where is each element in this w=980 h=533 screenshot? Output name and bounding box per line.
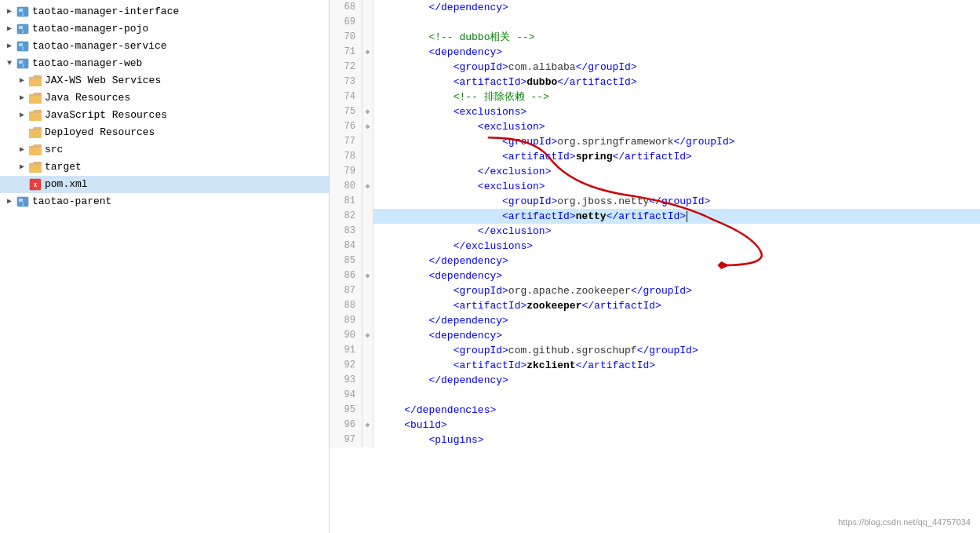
code-line-89: 89 </dependency> [330, 313, 980, 328]
line-number-80: 80 [330, 179, 362, 194]
tree-item-label-jax-ws: JAX-WS Web Services [45, 73, 161, 89]
xml-tag: <exclusions> [454, 106, 527, 118]
xml-text [380, 31, 428, 43]
xml-tag: <exclusion> [478, 121, 545, 133]
line-number-79: 79 [330, 164, 362, 179]
fold-marker-87 [362, 283, 373, 298]
xml-value: spring [576, 151, 613, 162]
line-number-82: 82 [330, 209, 362, 224]
xml-tag: </artifactId> [576, 360, 655, 371]
code-line-81: 81 <groupId>org.jboss.netty</groupId> [330, 194, 980, 209]
xml-tag: </artifactId> [607, 210, 686, 222]
tree-item-label-javascript-resources: JavaScript Resources [45, 108, 167, 123]
tree-item-icon-javascript-resources [28, 109, 42, 122]
code-content-83: </exclusion> [373, 224, 551, 239]
code-content-76: <exclusion> [373, 119, 545, 134]
code-line-82: 82 <artifactId>netty</artifactId> [330, 209, 980, 224]
svg-text:J: J [21, 203, 24, 207]
line-number-83: 83 [330, 224, 362, 239]
tree-item-jax-ws[interactable]: ▶ JAX-WS Web Services [0, 72, 329, 89]
tree-item-label-pom-xml: pom.xml [45, 177, 88, 192]
tree-arrow: ▶ [16, 108, 28, 123]
tree-item-label-taotao-manager-interface: taotao-manager-interface [32, 4, 179, 20]
xml-text [380, 61, 454, 73]
code-content-88: <artifactId>zookeeper</artifactId> [373, 298, 661, 313]
tree-item-pom-xml[interactable]: X pom.xml [0, 176, 329, 193]
fold-marker-96[interactable]: ◆ [362, 418, 373, 433]
tree-item-label-java-resources: Java Resources [45, 90, 130, 106]
xml-tag: </artifactId> [557, 76, 636, 88]
line-number-69: 69 [330, 15, 362, 30]
xml-value: zookeeper [526, 300, 581, 312]
xml-tag: <groupId> [502, 136, 557, 148]
tree-item-taotao-parent[interactable]: ▶ J taotao-parent [0, 193, 329, 210]
code-content-92: <artifactId>zkclient</artifactId> [373, 358, 655, 373]
line-number-85: 85 [330, 254, 362, 268]
xml-tag: </groupId> [637, 345, 698, 356]
code-content-82: <artifactId>netty</artifactId> [373, 209, 687, 224]
xml-text [380, 374, 428, 386]
xml-tag: </dependency> [428, 315, 508, 327]
line-number-91: 91 [330, 343, 362, 358]
tree-item-taotao-manager-interface[interactable]: ▶ J taotao-manager-interface [0, 3, 329, 20]
tree-item-taotao-manager-service[interactable]: ▶ J taotao-manager-service [0, 38, 329, 55]
line-number-90: 90 [330, 328, 362, 343]
code-line-90: 90◆ <dependency> [330, 328, 980, 343]
tree-item-label-target: target [45, 159, 82, 175]
svg-rect-7 [19, 43, 23, 46]
fold-marker-76[interactable]: ◆ [362, 119, 373, 134]
code-content-93: </dependency> [373, 373, 508, 388]
xml-tag: <exclusion> [478, 181, 545, 192]
code-line-96: 96◆ <build> [330, 418, 980, 433]
file-tree[interactable]: ▶ J taotao-manager-interface ▶ J taotao-… [0, 0, 330, 533]
xml-text [380, 210, 502, 222]
line-number-78: 78 [330, 149, 362, 164]
code-line-87: 87 <groupId>org.apache.zookeeper</groupI… [330, 283, 980, 298]
code-line-94: 94 [330, 388, 980, 403]
tree-item-taotao-manager-pojo[interactable]: ▶ J taotao-manager-pojo [0, 20, 329, 38]
tree-item-java-resources[interactable]: ▶ Java Resources [0, 89, 329, 107]
fold-marker-75[interactable]: ◆ [362, 104, 373, 119]
fold-marker-89 [362, 313, 373, 328]
code-line-71: 71◆ <dependency> [330, 45, 980, 60]
code-line-95: 95 </dependencies> [330, 403, 980, 418]
xml-text [380, 434, 428, 446]
fold-marker-83 [362, 224, 373, 239]
xml-text [380, 106, 454, 118]
fold-marker-91 [362, 343, 373, 358]
xml-tag: </dependency> [428, 2, 508, 13]
tree-item-target[interactable]: ▶ target [0, 159, 329, 176]
code-content-90: <dependency> [373, 328, 502, 343]
fold-marker-74 [362, 89, 373, 104]
fold-marker-71[interactable]: ◆ [362, 45, 373, 60]
tree-item-src[interactable]: ▶ src [0, 141, 329, 159]
xml-text [380, 195, 502, 207]
tree-arrow: ▶ [3, 38, 16, 54]
code-line-79: 79 </exclusion> [330, 164, 980, 179]
xml-tag: <build> [404, 419, 447, 431]
xml-tag: <groupId> [454, 345, 508, 356]
fold-marker-80[interactable]: ◆ [362, 179, 373, 194]
fold-marker-86[interactable]: ◆ [362, 268, 373, 283]
tree-item-javascript-resources[interactable]: ▶ JavaScript Resources [0, 107, 329, 124]
xml-text [380, 136, 502, 148]
fold-marker-81 [362, 194, 373, 209]
xml-text [380, 91, 454, 103]
tree-arrow: ▶ [16, 142, 28, 158]
tree-item-taotao-manager-web[interactable]: ▼ J taotao-manager-web [0, 55, 329, 72]
tree-item-deployed-resources[interactable]: Deployed Resources [0, 124, 329, 141]
xml-text [380, 166, 478, 177]
tree-arrow: ▶ [16, 73, 28, 89]
code-content-79: </exclusion> [373, 164, 551, 179]
code-line-68: 68 </dependency> [330, 0, 980, 15]
line-number-76: 76 [330, 119, 362, 134]
code-content-89: </dependency> [373, 313, 508, 328]
code-line-70: 70 <!-- dubbo相关 --> [330, 30, 980, 45]
code-content-75: <exclusions> [373, 104, 526, 119]
code-content-84: </exclusions> [373, 239, 533, 254]
xml-tag: <plugins> [428, 434, 483, 446]
fold-marker-90[interactable]: ◆ [362, 328, 373, 343]
fold-marker-72 [362, 60, 373, 75]
xml-text [380, 404, 404, 416]
fold-marker-68 [362, 0, 373, 15]
